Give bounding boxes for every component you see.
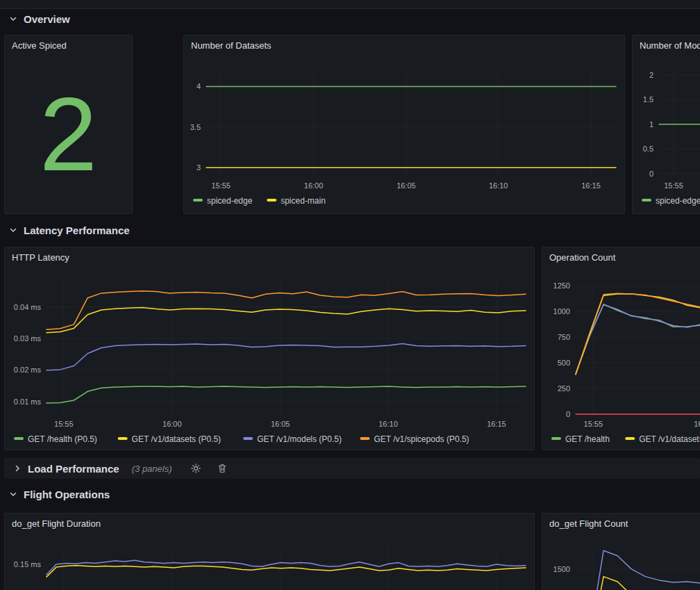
- legend-label[interactable]: spiced-main: [281, 196, 326, 206]
- chart-svg-flight_count: 150015:5516:0016:0516:1016:15: [542, 533, 700, 590]
- y-tick-label: 3.5: [190, 123, 201, 131]
- chevron-right-icon: [12, 464, 22, 473]
- chart-svg-num_datasets: 33.5415:5516:0016:0516:1016:15spiced-edg…: [184, 55, 624, 213]
- x-tick-label: 16:00: [162, 420, 182, 428]
- x-tick-label: 16:15: [581, 181, 601, 190]
- row-settings-button[interactable]: [190, 463, 201, 474]
- panel-number-of-datasets: Number of Datasets 33.5415:5516:0016:051…: [183, 35, 625, 214]
- series-do-get-duration-main: [47, 566, 526, 577]
- x-tick-label: 15:55: [584, 420, 603, 428]
- y-tick-label: 750: [558, 333, 570, 341]
- x-tick-label: 15:55: [54, 420, 74, 428]
- panel-title[interactable]: Active Spiced: [5, 35, 132, 55]
- panel-number-of-models: Number of Models 00.511.5215:5516:0016:0…: [632, 35, 700, 214]
- panel-title[interactable]: HTTP Latency: [5, 247, 534, 267]
- series-get-v1-datasets-p05: [47, 307, 526, 332]
- section-header-overview[interactable]: Overview: [8, 11, 70, 26]
- panel-do-get-flight-count: do_get Flight Count 150015:5516:0016:051…: [542, 513, 700, 590]
- legend-swatch: [14, 437, 24, 440]
- series-get-v1-spicepods: [576, 293, 700, 374]
- section-header-latency-performance[interactable]: Latency Performance: [8, 222, 130, 238]
- y-tick-label: 500: [558, 359, 570, 367]
- chart-operation-count[interactable]: 02505007501000125015:5516:0016:0516:1016…: [542, 267, 700, 450]
- series-get-v1-spicepods-p05: [47, 291, 526, 330]
- panel-operation-count: Operation Count 02505007501000125015:551…: [542, 247, 700, 450]
- legend-label[interactable]: GET /health (P0.5): [28, 434, 97, 444]
- legend-label[interactable]: GET /v1/datasets (P0.5): [132, 434, 222, 444]
- y-tick-label: 1250: [553, 281, 570, 290]
- legend-swatch: [360, 437, 369, 440]
- y-tick-label: 1.5: [643, 95, 653, 104]
- series-get-v1-models: [576, 305, 700, 374]
- x-tick-label: 15:55: [211, 181, 231, 190]
- x-tick-label: 16:05: [271, 420, 290, 428]
- series-do-get-count-main: [576, 577, 700, 590]
- chart-svg-operation_count: 02505007501000125015:5516:0016:0516:1016…: [542, 267, 700, 450]
- panel-http-latency: HTTP Latency 0.01 ms0.02 ms0.03 ms0.04 m…: [4, 247, 535, 450]
- y-tick-label: 0.04 ms: [14, 303, 42, 311]
- y-tick-label: 1: [649, 120, 653, 129]
- x-tick-label: 16:10: [378, 420, 398, 428]
- chart-do-get-flight-count[interactable]: 150015:5516:0016:0516:1016:15: [542, 533, 700, 590]
- y-tick-label: 1000: [553, 307, 570, 316]
- legend-swatch: [193, 199, 203, 202]
- y-tick-label: 1500: [553, 565, 570, 573]
- panel-active-spiced: Active Spiced 2: [4, 35, 133, 214]
- series-do-get-duration-edge: [47, 560, 526, 575]
- gear-icon: [190, 463, 201, 474]
- legend-swatch: [118, 437, 128, 440]
- section-label: Flight Operations: [24, 489, 110, 500]
- series-get-v1-models-p05: [47, 344, 526, 370]
- x-tick-label: 16:10: [489, 181, 508, 190]
- section-label: Overview: [24, 13, 70, 25]
- section-header-load-performance[interactable]: Load Performance (3 panels): [4, 458, 700, 479]
- chart-number-of-models[interactable]: 00.511.5215:5516:0016:0516:1016:15spiced…: [633, 55, 700, 213]
- section-header-flight-operations[interactable]: Flight Operations: [8, 486, 110, 502]
- x-tick-label: 15:55: [664, 181, 683, 190]
- legend-swatch: [642, 199, 651, 202]
- series-get-health-p05: [47, 386, 526, 403]
- y-tick-label: 3: [197, 163, 201, 172]
- y-tick-label: 0: [649, 170, 653, 178]
- y-tick-label: 0.15 ms: [14, 560, 42, 568]
- section-label: Latency Performance: [24, 224, 130, 236]
- section-label: Load Performance: [28, 463, 119, 475]
- panel-count-note: (3 panels): [132, 464, 172, 474]
- x-tick-label: 16:15: [487, 420, 506, 428]
- row-delete-button[interactable]: [217, 463, 228, 474]
- legend-swatch: [243, 437, 253, 440]
- legend-label[interactable]: GET /v1/models (P0.5): [257, 434, 342, 444]
- chevron-down-icon: [8, 225, 18, 235]
- panel-title[interactable]: Number of Models: [633, 35, 700, 55]
- series-get-health: [576, 304, 700, 375]
- y-tick-label: 0.02 ms: [14, 366, 42, 374]
- legend-label[interactable]: GET /health: [565, 434, 610, 444]
- chart-do-get-flight-duration[interactable]: 0.15 ms15:5516:0016:0516:1016:15: [5, 533, 534, 590]
- y-tick-label: 4: [197, 82, 201, 90]
- legend-label[interactable]: GET /v1/datasets: [639, 434, 700, 444]
- legend-label[interactable]: GET /v1/spicepods (P0.5): [374, 434, 469, 444]
- legend-swatch: [625, 437, 635, 440]
- series-do-get-count-edge: [576, 550, 700, 590]
- panel-title[interactable]: Number of Datasets: [184, 35, 624, 55]
- x-tick-label: 16:00: [304, 181, 324, 190]
- y-tick-label: 0.01 ms: [14, 398, 42, 406]
- chart-number-of-datasets[interactable]: 33.5415:5516:0016:0516:1016:15spiced-edg…: [184, 55, 624, 213]
- chart-svg-num_models: 00.511.5215:5516:0016:0516:1016:15spiced…: [633, 55, 700, 213]
- chevron-down-icon: [8, 14, 18, 24]
- trash-icon: [217, 463, 228, 474]
- y-tick-label: 0: [566, 410, 570, 418]
- panel-title[interactable]: Operation Count: [542, 247, 700, 267]
- legend-swatch: [267, 199, 276, 202]
- chevron-down-icon: [8, 489, 18, 499]
- y-tick-label: 2: [649, 71, 653, 79]
- stat-value: 2: [5, 55, 132, 213]
- panel-title[interactable]: do_get Flight Duration: [5, 514, 534, 533]
- legend-swatch: [551, 437, 561, 440]
- legend-label[interactable]: spiced-edge: [656, 196, 700, 206]
- panel-title[interactable]: do_get Flight Count: [542, 514, 700, 533]
- top-bar: [0, 0, 700, 9]
- y-tick-label: 250: [558, 384, 570, 393]
- legend-label[interactable]: spiced-edge: [207, 196, 253, 206]
- chart-http-latency[interactable]: 0.01 ms0.02 ms0.03 ms0.04 ms15:5516:0016…: [5, 267, 534, 450]
